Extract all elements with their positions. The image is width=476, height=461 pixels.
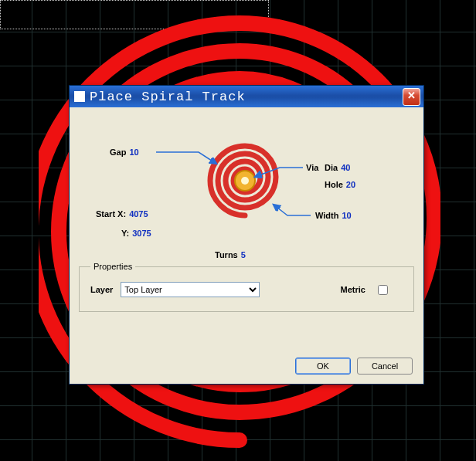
close-button[interactable]: ✕ (403, 88, 420, 106)
selection-marquee (0, 0, 269, 29)
ok-button[interactable]: OK (295, 358, 351, 375)
system-icon (74, 91, 85, 102)
width-value: 10 (342, 211, 351, 220)
place-spiral-track-dialog: Place Spiral Track ✕ (69, 85, 424, 385)
cancel-button[interactable]: Cancel (357, 358, 413, 375)
turns-value: 5 (241, 250, 246, 259)
dialog-content: Gap10 Start X:4075 Y:3075 Turns5 Via Dia… (70, 107, 423, 384)
titlebar[interactable]: Place Spiral Track ✕ (70, 86, 423, 107)
gap-label: Gap10 (110, 147, 139, 157)
via-label: Via (306, 163, 318, 172)
dia-label: Dia40 (325, 163, 350, 172)
properties-legend: Properties (90, 262, 135, 271)
layer-select[interactable]: Top Layer (121, 282, 260, 297)
layer-label: Layer (90, 285, 113, 294)
starty-label: Y:3075 (121, 229, 151, 238)
hole-label: Hole20 (325, 180, 355, 189)
dialog-buttons: OK Cancel (295, 358, 413, 375)
dialog-title: Place Spiral Track (90, 90, 403, 104)
turns-label: Turns5 (215, 250, 246, 259)
close-icon: ✕ (407, 90, 416, 101)
width-label: Width10 (315, 211, 352, 220)
startx-value: 4075 (129, 209, 148, 219)
startx-label: Start X:4075 (96, 209, 148, 219)
metric-checkbox[interactable] (378, 285, 388, 295)
starty-value: 3075 (132, 229, 151, 238)
gap-value: 10 (129, 147, 138, 157)
spiral-diagram: Gap10 Start X:4075 Y:3075 Turns5 Via Dia… (79, 115, 414, 262)
properties-group: Properties Layer Top Layer Metric (79, 262, 414, 312)
dia-value: 40 (341, 163, 350, 172)
leader-lines (79, 115, 414, 262)
metric-label: Metric (341, 285, 366, 294)
hole-value: 20 (346, 180, 355, 189)
